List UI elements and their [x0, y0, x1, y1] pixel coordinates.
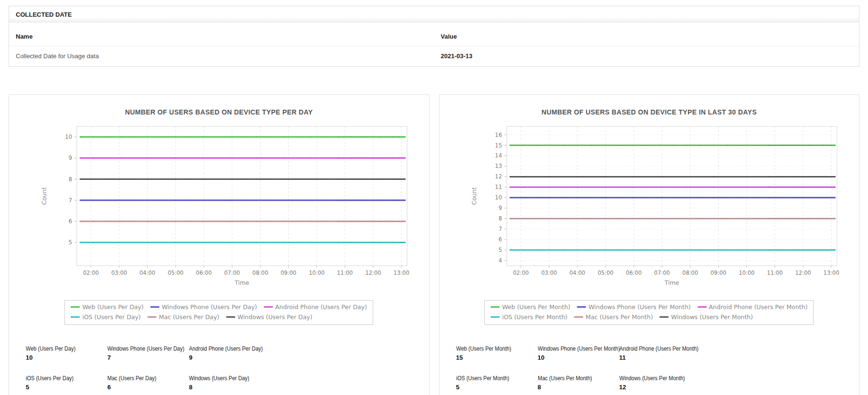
svg-text:13: 13: [495, 163, 502, 169]
stat-label: Android Phone (Users Per Month): [619, 345, 699, 352]
stat-item: Windows (Users Per Month)12: [619, 374, 701, 391]
svg-text:12:00: 12:00: [365, 270, 381, 276]
legend-line-swatch-icon: [491, 316, 500, 318]
stat-item: Android Phone (Users Per Day)9: [189, 344, 271, 361]
svg-text:12: 12: [495, 173, 502, 180]
svg-text:04:00: 04:00: [570, 270, 586, 276]
stat-item: Windows Phone (Users Per Month)10: [538, 344, 619, 361]
chart-legend: Web (Users Per Month)Windows Phone (User…: [484, 300, 814, 325]
svg-text:10:00: 10:00: [739, 270, 754, 276]
legend-line-swatch-icon: [71, 316, 80, 318]
legend-row: iOS (Users Per Month)Mac (Users Per Mont…: [491, 312, 807, 322]
stat-label: Windows (Users Per Day): [189, 375, 250, 382]
svg-text:10: 10: [65, 134, 72, 140]
svg-text:04:00: 04:00: [139, 270, 155, 276]
svg-text:6: 6: [499, 236, 502, 243]
chart-legend: Web (Users Per Day)Windows Phone (Users …: [64, 300, 373, 325]
svg-text:07:00: 07:00: [654, 270, 670, 276]
stat-value: 6: [107, 384, 189, 391]
chart-title: NUMBER OF USERS BASED ON DEVICE TYPE IN …: [444, 108, 855, 116]
stat-item: Mac (Users Per Month)8: [538, 374, 619, 391]
svg-text:9: 9: [68, 155, 72, 161]
svg-text:9: 9: [499, 205, 502, 211]
svg-text:09:00: 09:00: [711, 270, 726, 276]
legend-line-swatch-icon: [659, 316, 669, 318]
charts-container: NUMBER OF USERS BASED ON DEVICE TYPE PER…: [9, 94, 859, 395]
legend-line-swatch-icon: [147, 316, 157, 318]
legend-item: Web (Users Per Month): [491, 302, 570, 312]
stat-item: Web (Users Per Day)10: [26, 344, 107, 361]
legend-item: iOS (Users Per Day): [71, 312, 141, 322]
stat-value: 11: [619, 354, 701, 361]
stat-item: Windows Phone (Users Per Day)7: [107, 344, 189, 361]
line-chart-per-day: 02:0003:0004:0005:0006:0007:0008:0009:00…: [9, 120, 429, 391]
svg-text:03:00: 03:00: [541, 270, 557, 276]
row-name-cell: Collected Date for Usage data: [9, 46, 434, 66]
chart-stats: Web (Users Per Month)15Windows Phone (Us…: [456, 344, 855, 391]
svg-text:12:00: 12:00: [795, 270, 811, 276]
stat-label: Windows Phone (Users Per Month): [538, 345, 620, 352]
stat-value: 10: [26, 354, 107, 361]
legend-label: Android Phone (Users Per Month): [709, 302, 808, 312]
svg-text:Time: Time: [664, 279, 680, 286]
stat-item: Android Phone (Users Per Month)11: [619, 344, 701, 361]
legend-item: Mac (Users Per Day): [147, 312, 220, 322]
legend-line-swatch-icon: [491, 306, 500, 308]
column-header-name: Name: [9, 22, 434, 46]
legend-item: Web (Users Per Day): [71, 302, 144, 312]
legend-line-swatch-icon: [264, 306, 273, 308]
svg-text:7: 7: [68, 197, 72, 204]
legend-line-swatch-icon: [698, 306, 707, 308]
legend-label: Windows Phone (Users Per Month): [588, 302, 690, 312]
legend-label: Mac (Users Per Day): [159, 312, 220, 322]
svg-text:8: 8: [68, 176, 72, 183]
legend-line-swatch-icon: [150, 306, 159, 308]
svg-text:4: 4: [499, 257, 502, 264]
stat-label: iOS (Users Per Day): [26, 375, 73, 382]
svg-text:08:00: 08:00: [252, 270, 268, 276]
legend-row: iOS (Users Per Day)Mac (Users Per Day)Wi…: [71, 312, 367, 322]
svg-text:Count: Count: [41, 187, 48, 205]
stat-value: 15: [456, 354, 538, 361]
svg-text:11: 11: [495, 184, 502, 190]
stat-item: Mac (Users Per Day)6: [107, 374, 189, 391]
legend-line-swatch-icon: [577, 306, 586, 308]
stat-value: 5: [26, 384, 107, 391]
legend-label: Windows (Users Per Month): [671, 312, 753, 322]
svg-text:5: 5: [68, 239, 72, 246]
stat-value: 12: [619, 384, 701, 391]
svg-text:03:00: 03:00: [111, 270, 127, 276]
legend-item: Android Phone (Users Per Month): [698, 302, 808, 312]
svg-text:10: 10: [495, 194, 502, 201]
legend-label: iOS (Users Per Day): [82, 312, 141, 322]
legend-label: Windows (Users Per Day): [238, 312, 313, 322]
svg-text:Time: Time: [234, 279, 249, 286]
chart-panel-last-30-days: NUMBER OF USERS BASED ON DEVICE TYPE IN …: [439, 94, 860, 395]
legend-row: Web (Users Per Month)Windows Phone (User…: [491, 302, 807, 312]
svg-text:11:00: 11:00: [767, 270, 783, 276]
stat-label: Mac (Users Per Month): [538, 375, 592, 382]
stat-label: Mac (Users Per Day): [107, 375, 157, 382]
legend-label: Windows Phone (Users Per Day): [162, 302, 257, 312]
stat-label: Windows Phone (Users Per Day): [107, 345, 184, 352]
stat-value: 8: [538, 384, 619, 391]
svg-text:7: 7: [499, 226, 502, 232]
stat-item: iOS (Users Per Month)5: [456, 374, 538, 391]
legend-item: Windows Phone (Users Per Month): [577, 302, 690, 312]
svg-text:02:00: 02:00: [513, 270, 529, 276]
svg-text:Count: Count: [471, 187, 478, 205]
stat-item: iOS (Users Per Day)5: [26, 374, 107, 391]
svg-text:13:00: 13:00: [393, 270, 409, 276]
svg-text:06:00: 06:00: [626, 270, 642, 276]
collected-date-card: COLLECTED DATE Name Value Collected Date…: [9, 6, 859, 67]
stat-value: 10: [538, 354, 619, 361]
stat-item: Windows (Users Per Day)8: [189, 374, 271, 391]
legend-item: Windows (Users Per Day): [226, 312, 313, 322]
legend-line-swatch-icon: [71, 306, 80, 308]
legend-label: Mac (Users Per Month): [586, 312, 653, 322]
table-row: Collected Date for Usage data 2021-03-13: [9, 46, 859, 66]
svg-text:06:00: 06:00: [196, 270, 211, 276]
svg-text:08:00: 08:00: [682, 270, 698, 276]
svg-text:05:00: 05:00: [598, 270, 614, 276]
svg-text:8: 8: [499, 215, 502, 222]
